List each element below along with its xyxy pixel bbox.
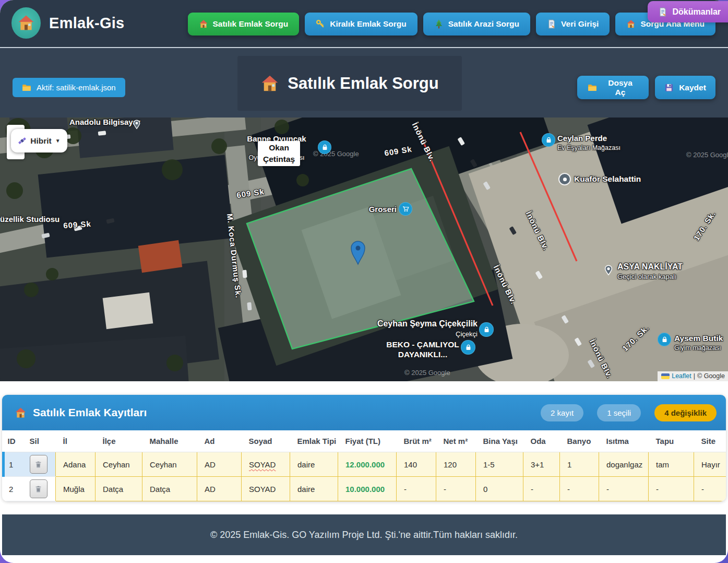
nav-kiralik-emlak-sorgu-button[interactable]: Kiralık Emlak Sorgu xyxy=(305,13,417,36)
col-header-il: İl xyxy=(56,430,96,452)
poi-subtitle: Geçici olarak kapalı xyxy=(617,272,683,282)
nav-label: Kiralık Emlak Sorgu xyxy=(330,19,406,29)
cell-oda[interactable]: 3+1 xyxy=(523,452,560,477)
open-file-button[interactable]: Dosya Aç xyxy=(577,76,649,99)
cell-emlak-tipi[interactable]: daire xyxy=(290,477,338,501)
cell-net[interactable]: 120 xyxy=(436,452,476,477)
poi-subtitle: Ev Eşyaları Mağazası xyxy=(557,143,620,153)
active-file-label: Aktif: satilik-emlak.json xyxy=(37,83,116,92)
house-icon xyxy=(199,19,208,29)
map-pin-icon xyxy=(603,263,614,277)
poi-label-cicekcilik: Ceyhan Şeyma Çiçekçilik Çiçekçi xyxy=(365,319,478,339)
col-header-site: Site xyxy=(694,430,726,452)
shopping-bag-poi-icon xyxy=(479,322,494,337)
cell-emlak-tipi[interactable]: daire xyxy=(290,452,338,477)
cell-isitma[interactable]: - xyxy=(599,477,649,501)
page-title-box: Satılık Emlak Sorgu xyxy=(237,56,462,111)
cell-bina-yasi[interactable]: 1-5 xyxy=(476,452,523,477)
cell-tapu[interactable]: - xyxy=(649,477,694,501)
poi-label-beko: BEKO - ÇAMLIYOL DAYANIKLI... xyxy=(384,339,462,359)
cell-il[interactable]: Muğla xyxy=(56,477,96,501)
col-header-tapu: Tapu xyxy=(649,430,694,452)
col-header-net: Net m² xyxy=(436,430,476,452)
save-icon xyxy=(664,83,674,92)
copyright-text: © 2025 Emlak-Gis. GO Yazılım Proje Ltd. … xyxy=(210,530,518,541)
app-card: Emlak-Gis Satılık Emlak Sorgu Kiralık Em… xyxy=(0,0,728,563)
cell-oda[interactable]: - xyxy=(523,477,560,501)
brand: Emlak-Gis xyxy=(11,7,125,39)
cell-isitma[interactable]: doganlgaz xyxy=(599,452,649,477)
table-row[interactable]: 2 Muğla Datça Datça AD SOYAD daire 10.00… xyxy=(4,477,726,501)
save-label: Kaydet xyxy=(679,83,706,92)
layer-selector-label: Hibrit xyxy=(30,136,51,146)
records-table: ID Sil İl İlçe Mahalle Ad Soyad Emlak Ti… xyxy=(2,430,726,501)
cell-mahalle[interactable]: Ceyhan xyxy=(142,452,197,477)
cell-ad[interactable]: AD xyxy=(197,477,242,501)
poi-label-aysem: Aysem Butik Giyim mağazası xyxy=(674,334,723,353)
cell-bina-yasi[interactable]: 0 xyxy=(476,477,523,501)
shopping-bag-poi-icon xyxy=(461,340,475,355)
nav-satilik-emlak-sorgu-button[interactable]: Satılık Emlak Sorgu xyxy=(188,13,300,36)
cell-site[interactable]: - xyxy=(694,477,726,501)
nav-label: Satılık Arazi Sorgu xyxy=(448,19,519,29)
cell-ad[interactable]: AD xyxy=(197,452,242,477)
folder-icon xyxy=(22,83,31,92)
col-header-ilce: İlçe xyxy=(96,430,142,452)
nav-veri-girisi-button[interactable]: Veri Girişi xyxy=(536,13,610,36)
col-header-bina-yasi: Bina Yaşı xyxy=(476,430,523,452)
cell-ilce[interactable]: Ceyhan xyxy=(96,452,142,477)
cell-fiyat[interactable]: 12.000.000 xyxy=(338,452,397,477)
col-header-mahalle: Mahalle xyxy=(142,430,197,452)
poi-name: Ceyhan Şeyma Çiçekçilik xyxy=(377,319,478,328)
document-icon xyxy=(547,19,556,29)
documents-button[interactable]: Dökümanlar xyxy=(648,1,728,22)
cell-brut[interactable]: 140 xyxy=(397,452,436,477)
cell-tapu[interactable]: tam xyxy=(649,452,694,477)
nav-satilik-arazi-sorgu-button[interactable]: Satılık Arazi Sorgu xyxy=(423,13,530,36)
shopping-bag-poi-icon xyxy=(658,333,671,346)
cell-mahalle[interactable]: Datça xyxy=(142,477,197,501)
tooltip-line: Okan xyxy=(269,143,289,152)
delete-row-button[interactable] xyxy=(30,479,47,498)
satellite-imagery xyxy=(0,118,728,381)
toolbar: Aktif: satilik-emlak.json Satılık Emlak … xyxy=(0,48,728,118)
col-header-emlak-tipi: Emlak Tipi xyxy=(290,430,338,452)
cell-soyad[interactable]: SOYAD xyxy=(242,477,290,501)
cell-sil xyxy=(22,477,56,501)
leaflet-link[interactable]: Leaflet xyxy=(672,372,691,380)
shopping-bag-poi-icon xyxy=(542,133,555,147)
page-background: Emlak-Gis Satılık Emlak Sorgu Kiralık Em… xyxy=(0,0,728,563)
layer-selector[interactable]: Hibrit ▼ xyxy=(11,129,67,153)
google-attribution: © Google xyxy=(697,372,725,380)
nav-label: Satılık Emlak Sorgu xyxy=(213,19,289,29)
cell-banyo[interactable]: - xyxy=(560,477,599,501)
table-row[interactable]: 1 Adana Ceyhan Ceyhan AD SOYAD daire 12.… xyxy=(4,452,726,477)
google-watermark: © 2025 Google xyxy=(404,369,450,377)
nav-label: Veri Girişi xyxy=(561,19,599,29)
owner-tooltip: Okan Çetintaş xyxy=(258,141,300,166)
cell-id: 1 xyxy=(4,452,22,477)
active-file-pill[interactable]: Aktif: satilik-emlak.json xyxy=(13,78,125,97)
map-canvas[interactable]: Hibrit ▼ Anadolu Bilgisayar Banne Oyunca… xyxy=(0,118,728,381)
poi-subtitle: Giyim mağazası xyxy=(674,343,723,353)
cell-brut[interactable]: - xyxy=(397,477,436,501)
document-icon xyxy=(658,7,667,17)
delete-row-button[interactable] xyxy=(30,455,47,474)
poi-label-kuafor: Kuaför Selahattin xyxy=(574,174,641,184)
cell-soyad[interactable]: SOYAD xyxy=(242,452,290,477)
poi-name: Aysem Butik xyxy=(674,334,723,343)
ukraine-flag-icon xyxy=(661,373,670,379)
cell-banyo[interactable]: 1 xyxy=(560,452,599,477)
app-footer: © 2025 Emlak-Gis. GO Yazılım Proje Ltd. … xyxy=(2,514,726,555)
save-button[interactable]: Kaydet xyxy=(655,76,715,99)
records-title: Satılık Emlak Kayıtları xyxy=(33,406,527,419)
chevron-down-icon: ▼ xyxy=(55,138,61,144)
cell-site[interactable]: Hayır xyxy=(694,452,726,477)
cell-fiyat[interactable]: 10.000.000 xyxy=(338,477,397,501)
main-nav: Satılık Emlak Sorgu Kiralık Emlak Sorgu … xyxy=(188,13,716,36)
tooltip-line: Çetintaş xyxy=(263,155,295,163)
records-header: Satılık Emlak Kayıtları 2 kayıt 1 seçili… xyxy=(2,395,726,430)
cell-ilce[interactable]: Datça xyxy=(96,477,142,501)
cell-il[interactable]: Adana xyxy=(56,452,96,477)
cell-net[interactable]: - xyxy=(436,477,476,501)
